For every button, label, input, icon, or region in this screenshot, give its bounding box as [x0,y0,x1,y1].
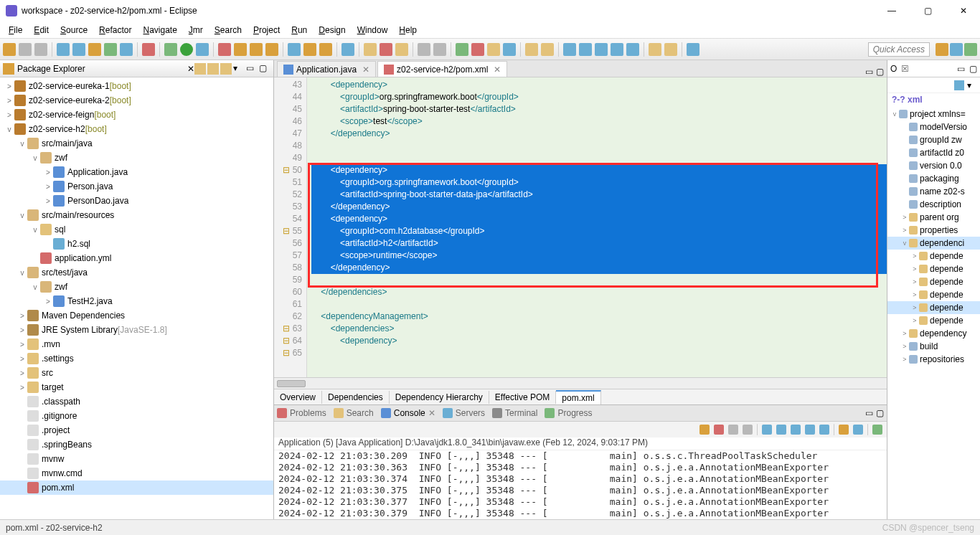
tool-icon[interactable] [319,43,332,56]
java-perspective-icon[interactable] [950,43,963,56]
outline-item[interactable]: version 0.0 [887,159,980,172]
view-tab-progress[interactable]: Progress [545,408,592,418]
menu-refactor[interactable]: Refactor [95,24,136,37]
console-opt-icon[interactable] [872,425,882,435]
pom-tab[interactable]: Overview [274,391,322,404]
new-icon[interactable] [3,43,16,56]
tree-item[interactable]: >z02-service-eureka-2 [boot] [0,93,273,108]
tool-icon[interactable] [265,43,278,56]
minimize-view-icon[interactable]: ▭ [865,408,873,418]
word-wrap-icon[interactable] [791,425,801,435]
nav-fwd-icon[interactable] [664,43,677,56]
new-class-icon[interactable] [250,43,263,56]
tree-item[interactable]: >Application.java [0,165,273,179]
scroll-lock-icon[interactable] [776,425,786,435]
outline-item[interactable]: name z02-s [887,185,980,198]
tool-icon[interactable] [104,43,117,56]
view-menu-icon[interactable]: ▾ [233,63,245,75]
maximize-editor-icon[interactable]: ▢ [876,67,884,77]
outline-item[interactable]: >depende [887,301,980,314]
clear-icon[interactable] [762,425,772,435]
package-explorer-tree[interactable]: >z02-service-eureka-1 [boot]>z02-service… [0,77,273,519]
menu-navigate[interactable]: Navigate [138,24,181,37]
terminate-icon[interactable] [714,425,724,435]
tree-item[interactable]: .classpath [0,394,273,409]
forward-icon[interactable] [541,43,554,56]
tool-icon[interactable] [380,43,392,56]
tree-item[interactable]: vsrc/test/java [0,265,273,280]
open-console-icon[interactable] [839,425,849,435]
tree-item[interactable]: mvnw.cmd [0,466,273,480]
outline-item[interactable]: vdependenci [887,237,980,250]
tree-item[interactable]: >PersonDao.java [0,194,273,208]
tool-icon[interactable] [433,43,446,56]
tree-item[interactable]: >z02-service-eureka-1 [boot] [0,79,273,93]
editor-tab[interactable]: z02-service-h2/pom.xml✕ [377,61,507,77]
minimize-view-icon[interactable]: ▭ [246,63,258,75]
search-icon[interactable] [341,43,354,56]
maximize-button[interactable]: ▢ [917,6,938,16]
outline-item[interactable]: >depende [887,250,980,262]
debug-skip-icon[interactable] [142,43,155,56]
remove-all-icon[interactable] [743,425,753,435]
tree-item[interactable]: vz02-service-h2 [boot] [0,122,273,136]
menu-source[interactable]: Source [56,24,92,37]
menu-help[interactable]: Help [395,24,421,37]
tree-item[interactable]: vzwf [0,280,273,294]
tool-icon[interactable] [487,43,500,56]
tool-icon[interactable] [303,43,316,56]
menu-edit[interactable]: Edit [29,24,53,37]
tree-item[interactable]: >target [0,380,273,394]
outline-item[interactable]: >depende [887,262,980,275]
tool-icon[interactable] [288,43,301,56]
outline-item[interactable]: >depende [887,288,980,301]
pom-tab[interactable]: Dependency Hierarchy [390,391,489,404]
tree-item[interactable]: >.settings [0,351,273,366]
tree-item[interactable]: application.yml [0,251,273,265]
maximize-view-icon[interactable]: ▢ [969,64,977,74]
tree-item[interactable]: h2.sql [0,237,273,251]
minimize-editor-icon[interactable]: ▭ [865,67,873,77]
new-pkg-icon[interactable] [234,43,247,56]
outline-item[interactable]: >parent org [887,211,980,224]
tree-item[interactable]: pom.xml [0,480,273,495]
outline-item[interactable]: description [887,198,980,211]
maximize-view-icon[interactable]: ▢ [259,63,270,75]
view-tab-terminal[interactable]: Terminal [492,408,537,418]
tree-item[interactable]: >Person.java [0,179,273,194]
pin-console-icon[interactable] [805,425,815,435]
outline-tab[interactable]: O [890,64,897,74]
tree-item[interactable]: vsrc/main/java [0,136,273,151]
tool-icon[interactable] [88,43,101,56]
tree-item[interactable]: .project [0,423,273,437]
outline-item[interactable]: vproject xmlns= [887,108,980,120]
outline-item[interactable]: modelVersio [887,120,980,133]
outline-item[interactable]: >dependency [887,327,980,340]
minimize-button[interactable]: — [881,6,903,16]
stop-icon[interactable] [218,43,231,56]
view-tab-console[interactable]: Console ✕ [381,408,435,418]
tree-item[interactable]: .springBeans [0,437,273,452]
tool-icon[interactable] [595,43,608,56]
code-area[interactable]: <dependency> <groupId>org.springframewor… [307,77,887,377]
tool-icon[interactable] [456,43,468,56]
save-all-icon[interactable] [34,43,47,56]
outline-item[interactable]: groupId zw [887,133,980,146]
tool-icon[interactable] [626,43,639,56]
tool-icon[interactable] [503,43,516,56]
outline-tree[interactable]: vproject xmlns=modelVersiogroupId zwarti… [887,106,980,519]
nav-back-icon[interactable] [649,43,661,56]
other-tab[interactable]: ☒ [901,64,909,74]
tree-item[interactable]: >z02-service-feign [boot] [0,108,273,122]
tree-item[interactable]: >src [0,366,273,380]
remove-icon[interactable] [728,425,738,435]
console-btn-icon[interactable] [699,425,710,435]
menu-window[interactable]: Window [353,24,392,37]
menu-run[interactable]: Run [287,24,311,37]
pin-icon[interactable] [687,43,699,56]
close-tab-icon[interactable]: ✕ [494,65,501,75]
console-output[interactable]: 2024-02-12 21:03:30.209 INFO [-,,,] 3534… [274,450,887,519]
save-icon[interactable] [19,43,32,56]
outline-item[interactable]: packaging [887,172,980,185]
editor-area[interactable]: 43444546474849⊟ 5051525354⊟ 555657585960… [274,77,887,377]
